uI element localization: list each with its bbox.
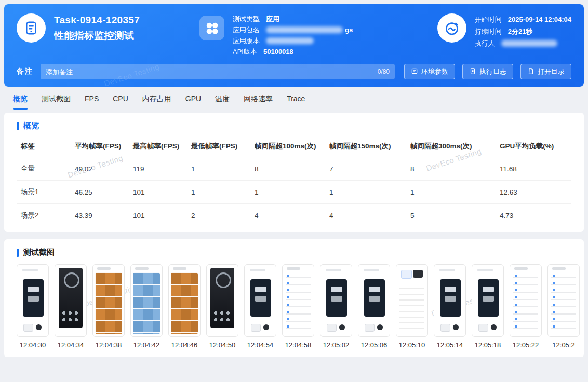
screenshot-timestamp: 12:04:38 (92, 341, 125, 349)
cell: 1 (187, 181, 250, 204)
tab-temperature[interactable]: 温度 (215, 94, 230, 110)
cell: 1 (250, 181, 325, 204)
execution-log-label: 执行日志 (479, 67, 506, 76)
col-header-max-fps: 最高帧率(FPS) (129, 136, 187, 157)
screenshot-timestamp: 12:05:2 (547, 341, 580, 349)
title-accent-bar (17, 122, 19, 130)
screenshot-thumbnail[interactable] (396, 264, 428, 337)
screenshot-timestamp: 12:05:22 (510, 341, 542, 349)
cell: 43.39 (71, 204, 129, 227)
cell: 8 (406, 157, 496, 181)
screenshot-thumbnail[interactable] (320, 264, 352, 337)
overview-card: 概览 DevEco Testing DevEco Testing 标签 平均帧率… (4, 113, 584, 232)
screenshot-timestamp: 12:04:46 (168, 341, 201, 349)
cell: 101 (129, 204, 187, 227)
table-header-row: 标签 平均帧率(FPS) 最高帧率(FPS) 最低帧率(FPS) 帧间隔超100… (17, 136, 571, 157)
col-header-avg-fps: 平均帧率(FPS) (71, 136, 129, 157)
screenshot-thumbnail[interactable] (206, 264, 238, 337)
screenshot-thumbnail[interactable] (130, 264, 163, 337)
screenshot-timestamp: 12:04:42 (130, 341, 163, 349)
screenshot-thumbnail[interactable] (358, 264, 390, 337)
screenshot-thumbnail[interactable] (92, 264, 125, 337)
duration-label: 持续时间 (475, 25, 502, 37)
screenshot-timestamp: 12:04:58 (282, 341, 314, 349)
screenshot-thumbnail[interactable] (434, 264, 466, 337)
task-header: DevEco Testing Task-0914-120357 性能指标监控测试 (4, 4, 584, 87)
package-label: 应用包名 (233, 24, 260, 35)
package-value-suffix: gs (345, 24, 353, 35)
tab-trace[interactable]: Trace (287, 94, 305, 110)
duration-value: 2分21秒 (508, 25, 533, 37)
api-version-value: 50100018 (263, 46, 293, 57)
redacted-app-version (266, 37, 314, 44)
screenshot-thumbnail[interactable] (282, 264, 314, 337)
open-directory-button[interactable]: 打开目录 (520, 64, 571, 79)
cell: 1 (187, 157, 250, 181)
cell: 11.68 (496, 157, 571, 181)
redacted-package-name (266, 26, 343, 33)
screenshot-thumbnail[interactable] (472, 264, 504, 337)
overview-card-title: 概览 (23, 121, 39, 131)
note-char-counter: 0/80 (378, 68, 390, 75)
tab-overview[interactable]: 概览 (13, 94, 28, 110)
screenshot-thumbnail[interactable] (244, 264, 276, 337)
screenshot-timestamp: 12:04:34 (55, 341, 87, 349)
redacted-executor (501, 40, 557, 47)
start-time-value: 2025-09-14 12:04:04 (508, 13, 571, 25)
cell: 8 (250, 157, 325, 181)
note-input[interactable] (46, 68, 378, 76)
tab-screenshots[interactable]: 测试截图 (42, 94, 71, 110)
stopwatch-icon (437, 13, 466, 43)
screenshot-timestamp: 12:04:54 (244, 341, 276, 349)
tab-gpu[interactable]: GPU (185, 94, 201, 110)
app-version-label: 应用版本 (233, 35, 260, 46)
cell: 12.63 (496, 181, 571, 204)
task-subtitle: 性能指标监控测试 (54, 28, 140, 44)
cell: 119 (129, 157, 187, 181)
environment-params-icon (411, 67, 418, 76)
app-grid-icon (199, 16, 224, 40)
row-label: 场景2 (17, 204, 71, 227)
col-header-label: 标签 (17, 136, 71, 157)
screenshots-card: 测试截图 DevEco Testing DevEco Testing 12:04… (4, 239, 584, 357)
cell: 2 (187, 204, 250, 227)
screenshot-thumbnail[interactable] (547, 264, 580, 337)
row-label: 全量 (17, 157, 71, 181)
tab-cpu[interactable]: CPU (113, 94, 128, 110)
cell: 49.02 (71, 157, 129, 181)
table-row: 场景2 43.39 101 2 4 4 5 4.73 (17, 204, 571, 227)
cell: 46.25 (71, 181, 129, 204)
execution-log-button[interactable]: 执行日志 (462, 64, 513, 79)
screenshot-timestamp: 12:05:02 (320, 341, 352, 349)
tab-fps[interactable]: FPS (85, 94, 99, 110)
cell: 4 (250, 204, 325, 227)
overview-table: 标签 平均帧率(FPS) 最高帧率(FPS) 最低帧率(FPS) 帧间隔超100… (17, 136, 571, 227)
screenshot-timestamp: 12:05:06 (358, 341, 390, 349)
row-label: 场景1 (17, 181, 71, 204)
screenshot-timestamp: 12:04:30 (17, 341, 49, 349)
screenshot-thumbnail[interactable] (168, 264, 201, 337)
cell: 7 (325, 157, 406, 181)
screenshot-thumbnail[interactable] (55, 264, 87, 337)
tab-network[interactable]: 网络速率 (244, 94, 273, 110)
task-icon (17, 13, 46, 43)
open-directory-label: 打开目录 (538, 67, 565, 76)
time-info: 开始时间 2025-09-14 12:04:04 持续时间 2分21秒 执行人 (437, 12, 571, 49)
table-row: 场景1 46.25 101 1 1 1 1 12.63 (17, 181, 571, 204)
screenshots-card-title: 测试截图 (23, 248, 55, 257)
screenshot-thumbnail[interactable] (17, 264, 49, 337)
environment-params-label: 环境参数 (421, 67, 448, 76)
environment-params-button[interactable]: 环境参数 (404, 64, 455, 79)
cell: 5 (406, 204, 496, 227)
col-header-gap100: 帧间隔超100ms(次) (250, 136, 325, 157)
tab-memory[interactable]: 内存占用 (142, 94, 171, 110)
table-row: 全量 49.02 119 1 8 7 8 11.68 (17, 157, 571, 181)
execution-log-icon (469, 67, 476, 76)
cell: 1 (325, 181, 406, 204)
cell: 4 (325, 204, 406, 227)
cell: 4.73 (496, 204, 571, 227)
screenshot-thumbnail[interactable] (510, 264, 542, 337)
open-directory-icon (527, 67, 534, 76)
executor-label: 执行人 (475, 37, 495, 49)
note-label: 备注 (17, 67, 33, 76)
